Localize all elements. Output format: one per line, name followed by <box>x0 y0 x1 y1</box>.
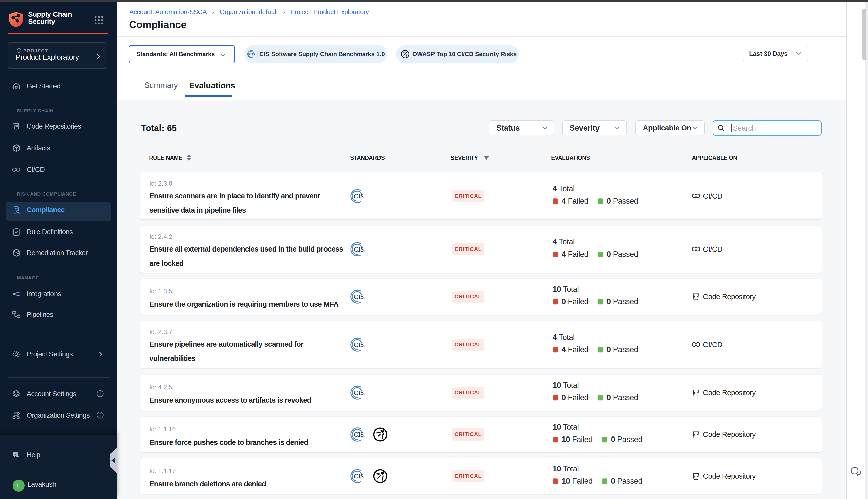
svg-text:?: ? <box>14 452 16 455</box>
